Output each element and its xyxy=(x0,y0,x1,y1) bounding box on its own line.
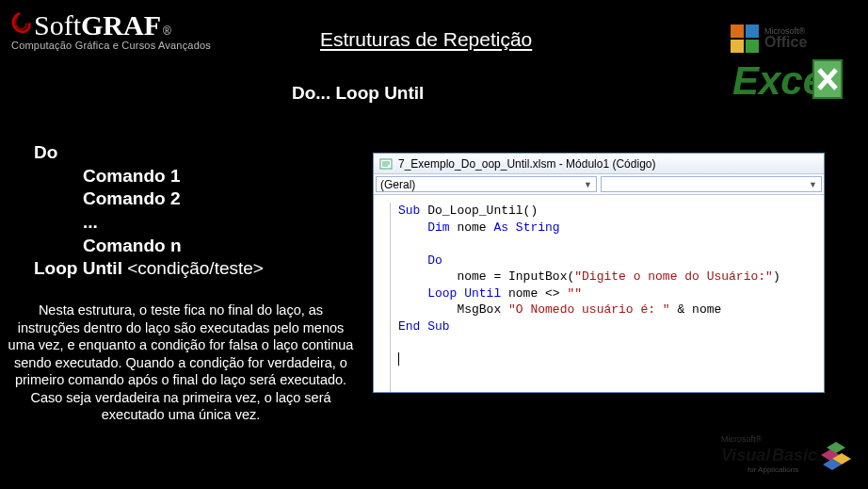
svg-rect-3 xyxy=(746,40,759,53)
slide-subtitle: Do... Loop Until xyxy=(292,83,424,104)
excel-logo-icon: Microsoft® Office Excel xyxy=(729,21,851,107)
text-cursor xyxy=(398,352,399,366)
chevron-down-icon: ▼ xyxy=(809,180,817,189)
explanation-text: Nesta estrutura, o teste fica no final d… xyxy=(6,302,356,424)
module-icon xyxy=(379,157,393,171)
syntax-dots: ... xyxy=(83,211,264,235)
svg-text:Visual: Visual xyxy=(721,446,771,465)
svg-rect-1 xyxy=(746,24,759,38)
brand-logo: SoftGRAF® Computação Gráfica e Cursos Av… xyxy=(8,9,211,51)
svg-text:Microsoft®: Microsoft® xyxy=(721,434,763,444)
visual-basic-logo-icon: Microsoft® Visual Basic for Applications xyxy=(719,431,851,478)
syntax-loop: Loop Until <condição/teste> xyxy=(34,257,264,281)
object-dropdown[interactable]: (Geral) ▼ xyxy=(376,176,597,192)
svg-text:Office: Office xyxy=(764,34,807,50)
svg-text:for Applications: for Applications xyxy=(747,465,798,474)
syntax-pseudocode: Do Comando 1 Comando 2 ... Comando n Loo… xyxy=(34,141,264,281)
code-body[interactable]: Sub Do_Loop_Until() Dim nome As String D… xyxy=(374,195,824,392)
svg-rect-0 xyxy=(731,24,744,38)
logo-reg: ® xyxy=(163,24,171,38)
vba-code-window: 7_Exemplo_Do_oop_Until.xlsm - Módulo1 (C… xyxy=(373,153,825,393)
logo-soft: Soft xyxy=(34,9,81,41)
vba-source: Sub Do_Loop_Until() Dim nome As String D… xyxy=(398,203,780,392)
procedure-dropdown[interactable]: ▼ xyxy=(601,176,822,192)
logo-tagline: Computação Gráfica e Cursos Avançados xyxy=(11,40,211,51)
svg-text:Basic: Basic xyxy=(772,446,817,465)
svg-rect-2 xyxy=(731,40,744,53)
chevron-down-icon: ▼ xyxy=(584,180,592,189)
slide-title: Estruturas de Repetição xyxy=(320,28,532,51)
swirl-icon xyxy=(8,11,32,40)
code-gutter xyxy=(379,203,391,392)
code-window-title: 7_Exemplo_Do_oop_Until.xlsm - Módulo1 (C… xyxy=(398,157,655,171)
syntax-c2: Comando 2 xyxy=(83,187,264,211)
object-dropdown-value: (Geral) xyxy=(380,178,415,191)
syntax-c1: Comando 1 xyxy=(83,165,264,188)
code-window-titlebar: 7_Exemplo_Do_oop_Until.xlsm - Módulo1 (C… xyxy=(374,154,824,174)
code-dropdown-row: (Geral) ▼ ▼ xyxy=(374,174,824,195)
logo-graf: GRAF xyxy=(81,9,161,41)
syntax-cn: Comando n xyxy=(83,235,264,258)
syntax-do: Do xyxy=(34,141,264,165)
